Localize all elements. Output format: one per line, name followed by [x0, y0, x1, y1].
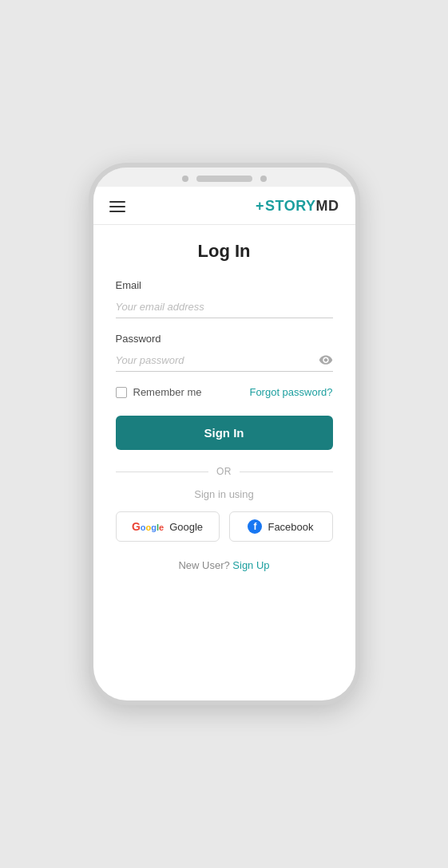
remember-left: Remember me [116, 386, 202, 398]
notch-pill [196, 176, 252, 182]
password-label: Password [116, 333, 333, 345]
social-row: Google Google f Facebook [116, 511, 333, 542]
remember-me-label: Remember me [133, 386, 202, 398]
hamburger-menu-icon[interactable] [109, 201, 125, 212]
email-label: Email [116, 279, 333, 291]
divider-line-right [240, 471, 333, 472]
facebook-icon: f [248, 519, 262, 534]
new-user-row: New User? Sign Up [116, 559, 333, 571]
logo-plus: + [256, 198, 264, 215]
remember-me-checkbox[interactable] [116, 387, 127, 398]
notch-area [93, 168, 355, 187]
main-content: Log In Email Password [93, 225, 355, 700]
phone-screen: +STORYMD Log In Email Password [93, 187, 355, 700]
email-group: Email [116, 279, 333, 318]
notch-dot-right [260, 176, 267, 182]
google-icon: Google [132, 520, 164, 533]
email-input[interactable] [116, 296, 333, 318]
facebook-label: Facebook [268, 521, 313, 533]
sign-in-using-text: Sign in using [116, 488, 333, 500]
forgot-password-link[interactable]: Forgot password? [249, 386, 332, 398]
logo-md: MD [316, 198, 339, 215]
show-password-icon[interactable] [319, 353, 333, 368]
logo-story: STORY [265, 198, 316, 215]
password-input-wrapper [116, 349, 333, 372]
facebook-sign-in-button[interactable]: f Facebook [229, 511, 333, 542]
notch-dot-left [182, 176, 188, 182]
google-label: Google [169, 521, 203, 533]
google-sign-in-button[interactable]: Google Google [116, 511, 220, 542]
page-title: Log In [116, 241, 333, 262]
divider-line-left [116, 471, 209, 472]
sign-in-button[interactable]: Sign In [116, 416, 333, 450]
app-logo: +STORYMD [256, 198, 339, 215]
phone-frame: +STORYMD Log In Email Password [89, 163, 360, 705]
password-input[interactable] [116, 349, 333, 371]
divider-row: OR [116, 466, 333, 477]
sign-up-link[interactable]: Sign Up [232, 559, 269, 571]
remember-row: Remember me Forgot password? [116, 386, 333, 398]
new-user-text: New User? [178, 559, 229, 571]
app-header: +STORYMD [93, 187, 355, 225]
or-divider-text: OR [216, 466, 232, 477]
password-group: Password [116, 333, 333, 372]
email-input-wrapper [116, 296, 333, 318]
